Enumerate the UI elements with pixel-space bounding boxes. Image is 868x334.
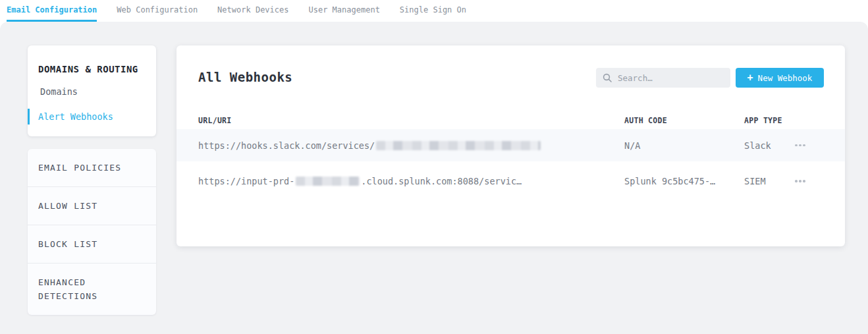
sidebar-domains-routing-card: DOMAINS & ROUTING Domains Alert Webhooks xyxy=(28,45,156,136)
redacted-url-segment xyxy=(376,141,541,150)
webhook-url-cell: https://hooks.slack.com/services/ xyxy=(198,140,624,151)
new-webhook-label: New Webhook xyxy=(758,73,813,83)
auth-code-cell: N/A xyxy=(624,140,744,151)
sidebar-item-block-list[interactable]: BLOCK LIST xyxy=(28,225,156,264)
url-text: https://input-prd- xyxy=(198,176,294,186)
tab-network-devices[interactable]: Network Devices xyxy=(217,0,288,22)
column-header-auth-code: AUTH CODE xyxy=(624,116,744,125)
sidebar-item-domains[interactable]: Domains xyxy=(28,84,156,99)
webhook-url-cell: https://input-prd-.cloud.splunk.com:8088… xyxy=(198,176,624,186)
sidebar-section-title: DOMAINS & ROUTING xyxy=(28,56,156,74)
search-icon xyxy=(603,73,612,82)
redacted-url-segment xyxy=(296,177,360,186)
tab-single-sign-on[interactable]: Single Sign On xyxy=(400,0,466,22)
column-header-app-type: APP TYPE xyxy=(744,116,795,125)
table-row: https://input-prd-.cloud.splunk.com:8088… xyxy=(176,161,845,201)
new-webhook-button[interactable]: + New Webhook xyxy=(736,68,824,88)
row-actions-menu-icon[interactable] xyxy=(795,175,809,187)
sidebar-item-allow-list[interactable]: ALLOW LIST xyxy=(28,187,156,225)
search-box[interactable] xyxy=(596,68,730,88)
sidebar-item-enhanced-detections[interactable]: ENHANCED DETECTIONS xyxy=(28,264,156,315)
sidebar-item-label: ENHANCED DETECTIONS xyxy=(38,275,119,303)
sidebar-sections-card: EMAIL POLICIES ALLOW LIST BLOCK LIST ENH… xyxy=(28,149,156,315)
tab-web-configuration[interactable]: Web Configuration xyxy=(117,0,198,22)
app-type-cell: SIEM xyxy=(744,176,795,186)
tab-email-configuration[interactable]: Email Configuration xyxy=(7,0,97,22)
workspace-background: DOMAINS & ROUTING Domains Alert Webhooks… xyxy=(0,22,868,334)
top-tab-bar: Email Configuration Web Configuration Ne… xyxy=(0,0,868,22)
table-row: https://hooks.slack.com/services/ N/A Sl… xyxy=(176,129,845,161)
page-title: All Webhooks xyxy=(198,70,292,84)
webhooks-table: URL/URI AUTH CODE APP TYPE https://hooks… xyxy=(176,112,845,201)
column-header-url: URL/URI xyxy=(198,116,624,125)
plus-icon: + xyxy=(747,73,753,83)
auth-code-cell: Splunk 9c5bc475-… xyxy=(624,176,744,186)
row-actions-menu-icon[interactable] xyxy=(795,140,809,152)
sidebar-item-alert-webhooks[interactable]: Alert Webhooks xyxy=(28,109,156,125)
url-text: https://hooks.slack.com/services/ xyxy=(198,140,375,151)
webhooks-panel: All Webhooks + New Webhook URL/URI AUTH … xyxy=(176,45,845,246)
tab-user-management[interactable]: User Management xyxy=(308,0,379,22)
app-type-cell: Slack xyxy=(744,140,795,151)
sidebar-item-email-policies[interactable]: EMAIL POLICIES xyxy=(28,149,156,187)
table-header-row: URL/URI AUTH CODE APP TYPE xyxy=(176,112,845,129)
search-input[interactable] xyxy=(618,73,724,83)
url-text-suffix: .cloud.splunk.com:8088/servic… xyxy=(361,176,522,186)
